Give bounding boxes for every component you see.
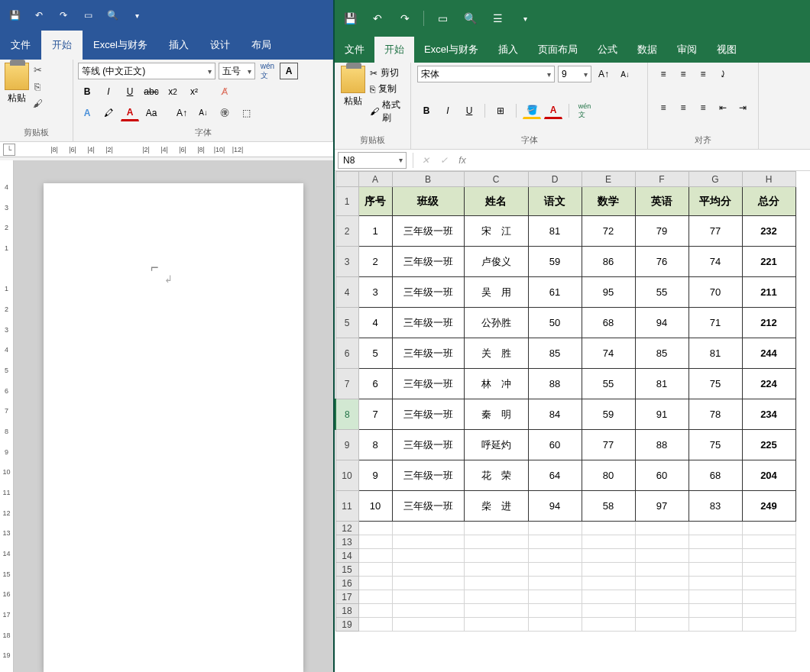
data-cell[interactable]: 95 [582,277,635,308]
data-cell[interactable]: 64 [528,460,582,491]
increase-indent-icon[interactable]: ⇥ [734,99,752,116]
empty-cell[interactable] [742,577,795,590]
data-cell[interactable]: 68 [688,460,742,491]
empty-cell[interactable] [392,535,464,549]
empty-cell[interactable] [688,549,742,563]
align-middle-icon[interactable]: ≡ [674,66,692,82]
align-bottom-icon[interactable]: ≡ [694,66,712,82]
empty-cell[interactable] [358,590,392,604]
data-cell[interactable]: 224 [742,369,795,399]
qat-customize-icon[interactable]: ▾ [128,7,145,24]
font-color-icon[interactable]: A [544,102,562,119]
char-border-icon[interactable]: A [280,63,298,79]
data-cell[interactable]: 4 [358,308,392,338]
font-size-combo[interactable]: 9 [558,66,591,82]
data-cell[interactable]: 74 [688,247,742,277]
table-header-cell[interactable]: 总分 [742,187,795,216]
empty-cell[interactable] [582,618,635,632]
data-cell[interactable]: 9 [358,460,392,491]
data-cell[interactable]: 三年级一班 [392,399,464,430]
empty-cell[interactable] [528,618,582,632]
save-icon[interactable]: 💾 [6,7,23,24]
empty-cell[interactable] [392,549,464,563]
data-cell[interactable]: 81 [635,369,688,399]
undo-icon[interactable]: ↶ [368,9,387,27]
data-cell[interactable]: 75 [688,369,742,399]
tab-文件[interactable]: 文件 [0,31,41,60]
subscript-button[interactable]: x2 [164,83,182,100]
empty-cell[interactable] [392,604,464,618]
data-cell[interactable]: 71 [688,308,742,338]
empty-cell[interactable] [582,563,635,577]
data-cell[interactable]: 10 [358,491,392,522]
tab-插入[interactable]: 插入 [488,37,528,63]
col-header-A[interactable]: A [358,172,392,187]
table-header-cell[interactable]: 语文 [528,187,582,216]
row-header[interactable]: 11 [335,491,358,522]
row-header[interactable]: 6 [335,338,358,369]
data-cell[interactable]: 60 [635,460,688,491]
empty-cell[interactable] [392,563,464,577]
empty-cell[interactable] [582,590,635,604]
col-header-G[interactable]: G [688,172,742,187]
col-header-H[interactable]: H [742,172,795,187]
empty-cell[interactable] [464,549,528,563]
empty-cell[interactable] [582,577,635,590]
row-header[interactable]: 1 [335,187,358,216]
data-cell[interactable]: 59 [582,399,635,430]
empty-cell[interactable] [358,577,392,590]
paste-button[interactable]: 粘贴 [5,63,29,110]
italic-button[interactable]: I [99,83,118,100]
empty-cell[interactable] [582,604,635,618]
spreadsheet-grid[interactable]: ABCDEFGH1序号班级姓名语文数学英语平均分总分21三年级一班宋 江8172… [335,171,810,672]
tab-布局[interactable]: 布局 [241,31,282,60]
data-cell[interactable]: 70 [688,277,742,308]
phonetic-guide-icon[interactable]: wén文 [575,102,594,119]
fill-color-icon[interactable]: 🪣 [523,102,541,119]
align-center-icon[interactable]: ≡ [674,99,692,116]
data-cell[interactable]: 84 [528,399,582,430]
data-cell[interactable]: 59 [528,247,582,277]
empty-cell[interactable] [688,604,742,618]
table-header-cell[interactable]: 平均分 [688,187,742,216]
text-effects-icon[interactable]: A [78,105,96,121]
change-case-icon[interactable]: Aa [142,105,160,121]
enclose-char-icon[interactable]: ㊝ [215,105,234,121]
row-header[interactable]: 16 [335,577,358,590]
empty-cell[interactable] [528,522,582,535]
empty-cell[interactable] [464,522,528,535]
row-header[interactable]: 3 [335,247,358,277]
empty-cell[interactable] [635,563,688,577]
copy-button[interactable]: ⎘复制 [368,82,404,96]
empty-cell[interactable] [582,549,635,563]
new-doc-icon[interactable]: ▭ [79,7,96,24]
data-cell[interactable]: 232 [742,216,795,247]
data-cell[interactable]: 88 [528,369,582,399]
empty-cell[interactable] [358,522,392,535]
data-cell[interactable]: 三年级一班 [392,277,464,308]
font-color-icon[interactable]: A [121,105,139,121]
col-header-E[interactable]: E [582,172,635,187]
formula-input[interactable] [471,152,810,169]
data-cell[interactable]: 三年级一班 [392,491,464,522]
tab-Excel与财务[interactable]: Excel与财务 [414,37,488,63]
vertical-ruler[interactable]: 432112345678910111213141516171819 [0,160,14,672]
underline-button[interactable]: U [121,83,139,100]
data-cell[interactable]: 7 [358,399,392,430]
data-cell[interactable]: 94 [528,491,582,522]
tab-公式[interactable]: 公式 [588,37,627,63]
data-cell[interactable]: 5 [358,338,392,369]
cancel-icon[interactable]: ✕ [416,152,435,169]
empty-cell[interactable] [742,618,795,632]
data-cell[interactable]: 55 [582,369,635,399]
touch-mode-icon[interactable]: ☰ [488,9,507,27]
row-header[interactable]: 8 [335,399,358,430]
data-cell[interactable]: 79 [635,216,688,247]
data-cell[interactable]: 三年级一班 [392,338,464,369]
table-header-cell[interactable]: 数学 [582,187,635,216]
align-right-icon[interactable]: ≡ [694,99,712,116]
empty-cell[interactable] [464,604,528,618]
empty-cell[interactable] [635,604,688,618]
empty-cell[interactable] [742,522,795,535]
data-cell[interactable]: 三年级一班 [392,369,464,399]
